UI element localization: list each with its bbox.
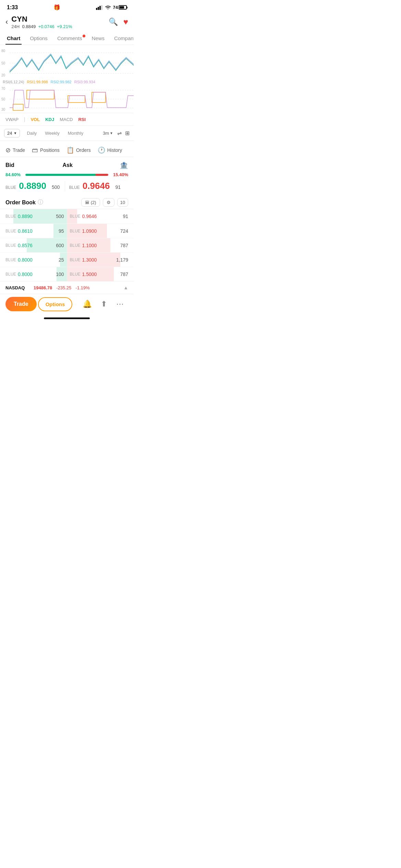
order-bid-0: BLUE 0.8890 500 xyxy=(0,209,67,224)
ask-label: Ask xyxy=(63,162,120,168)
main-chart[interactable]: 80 50 20 xyxy=(0,48,134,79)
options-button[interactable]: Options xyxy=(38,297,73,311)
svg-rect-13 xyxy=(92,92,106,103)
order-bid-4: BLUE 0.8000 100 xyxy=(0,267,67,281)
tab-news[interactable]: News xyxy=(90,33,106,45)
ob-bank-icon: 🏛 xyxy=(85,200,89,205)
share-icon[interactable]: ⬆ xyxy=(101,300,107,309)
order-bid-3: BLUE 0.8000 25 xyxy=(0,253,67,267)
positions-icon: 🗃 xyxy=(32,147,38,154)
ticker-price: 19486.78 xyxy=(34,285,52,290)
history-label: History xyxy=(107,147,122,153)
chart-y-labels: 80 50 20 xyxy=(1,48,5,79)
indicator-vwap[interactable]: VWAP xyxy=(5,117,19,122)
order-ask-3: BLUE 1.3000 1,179 xyxy=(67,253,134,267)
compare-icon[interactable]: ⇌ xyxy=(117,130,122,136)
order-ask-2: BLUE 1.1000 787 xyxy=(67,238,134,252)
notification-icon[interactable]: 🔔 xyxy=(83,300,92,309)
svg-rect-0 xyxy=(96,8,97,10)
stock-ticker: CYN xyxy=(11,15,72,24)
orders-label: Orders xyxy=(76,147,91,153)
search-icon[interactable]: 🔍 xyxy=(109,17,118,26)
action-history[interactable]: 🕐 History xyxy=(98,146,122,154)
bid-color-label: BLUE xyxy=(5,185,16,190)
home-indicator xyxy=(44,317,90,319)
bid-price: 0.8890 xyxy=(19,181,46,191)
layout-icon[interactable]: ⊞ xyxy=(125,130,130,136)
ask-qty: 91 xyxy=(115,184,121,190)
bid-ask-header: Bid Ask 🏦 xyxy=(0,157,134,171)
indicator-kdj[interactable]: KDJ xyxy=(45,117,54,122)
positions-label: Positions xyxy=(40,147,60,153)
tab-options[interactable]: Options xyxy=(28,33,49,45)
bid-label: Bid xyxy=(5,162,63,168)
back-button[interactable]: ‹ xyxy=(5,17,8,26)
bank-icon[interactable]: 🏦 xyxy=(120,161,128,169)
ticker-name: NASDAQ xyxy=(5,285,29,290)
indicator-rsi[interactable]: RSI xyxy=(78,117,86,122)
comments-badge xyxy=(83,35,85,37)
interval-dropdown-icon: ▼ xyxy=(110,131,113,135)
order-book-title: Order Book xyxy=(5,200,36,206)
action-positions[interactable]: 🗃 Positions xyxy=(32,146,60,154)
indicator-macd[interactable]: MACD xyxy=(60,117,73,122)
rsi-chart[interactable]: 70 50 30 xyxy=(0,85,134,113)
ob-num: 10 xyxy=(120,200,125,205)
history-icon: 🕐 xyxy=(98,146,105,154)
trade-button[interactable]: Trade xyxy=(5,297,37,311)
header-change: +0.0746 xyxy=(38,24,54,29)
rsi2-value: RSI2:99.982 xyxy=(51,80,72,84)
rsi1-value: RSI1:99.998 xyxy=(27,80,48,84)
ob-num-btn[interactable]: 10 xyxy=(117,198,128,207)
header-price: 0.8849 xyxy=(22,24,36,29)
order-row: BLUE 0.8576 600 BLUE 1.1000 787 xyxy=(0,238,134,252)
header-right: 🔍 ♥ xyxy=(109,17,128,27)
trade-icon: ⊘ xyxy=(5,146,11,154)
tf-daily[interactable]: Daily xyxy=(23,129,41,138)
rsi-name: RSI(6,12,24) xyxy=(3,80,24,84)
order-bid-2: BLUE 0.8576 600 xyxy=(0,238,67,252)
ticker-expand-icon[interactable]: ▲ xyxy=(123,285,128,290)
tab-company[interactable]: Company xyxy=(113,33,134,45)
header: ‹ CYN 24H 0.8849 +0.0746 +9.21% 🔍 ♥ xyxy=(0,13,134,33)
ticker-change: -235.25 xyxy=(56,285,71,290)
action-orders[interactable]: 📋 Orders xyxy=(66,146,91,154)
wifi-icon xyxy=(105,5,111,10)
order-row: BLUE 0.8000 100 BLUE 1.5000 787 xyxy=(0,267,134,281)
period-selector[interactable]: 24 ▼ xyxy=(4,129,20,137)
order-row: BLUE 0.8610 95 BLUE 1.0900 724 xyxy=(0,224,134,238)
battery-icon: 74 xyxy=(113,5,127,10)
indicator-vol[interactable]: VOL xyxy=(31,117,40,122)
ask-color-label: BLUE xyxy=(69,185,80,190)
svg-rect-3 xyxy=(101,5,102,10)
period-value: 24 xyxy=(7,131,12,136)
order-rows: BLUE 0.8890 500 BLUE 0.9646 91 BLUE 0.86… xyxy=(0,209,134,281)
rsi-labels: RSI(6,12,24) RSI1:99.998 RSI2:99.982 RSI… xyxy=(0,79,134,85)
status-time: 1:33 xyxy=(7,4,18,11)
trade-label: Trade xyxy=(13,147,25,153)
main-chart-svg xyxy=(10,48,134,79)
more-icon[interactable]: ⋯ xyxy=(116,300,124,309)
ask-pct: 15.40% xyxy=(110,172,128,177)
tab-comments[interactable]: Comments xyxy=(56,33,84,45)
tf-weekly[interactable]: Weekly xyxy=(41,129,63,138)
svg-rect-10 xyxy=(13,104,23,110)
tf-monthly[interactable]: Monthly xyxy=(64,129,88,138)
favorite-icon[interactable]: ♥ xyxy=(123,17,128,27)
ob-filter-btn[interactable]: ⚙ xyxy=(103,198,114,207)
bottom-nav: Trade Options 🔔 ⬆ ⋯ xyxy=(0,294,134,315)
nav-tabs: Chart Options Comments News Company xyxy=(0,33,134,45)
tab-chart[interactable]: Chart xyxy=(5,33,22,45)
rsi-chart-svg xyxy=(10,85,134,113)
action-trade[interactable]: ⊘ Trade xyxy=(5,146,25,154)
order-book-info-icon[interactable]: ⓘ xyxy=(38,199,43,206)
timeframe-row: 24 ▼ Daily Weekly Monthly 3m ▼ ⇌ ⊞ xyxy=(0,126,134,141)
order-row: BLUE 0.8890 500 BLUE 0.9646 91 xyxy=(0,209,134,224)
header-change-pct: +9.21% xyxy=(57,24,72,29)
bid-ask-bar xyxy=(25,174,108,176)
signal-icon xyxy=(96,5,103,10)
interval-btn[interactable]: 3m ▼ xyxy=(103,131,113,136)
ob-bank-btn[interactable]: 🏛 (2) xyxy=(81,198,100,207)
bid-qty: 500 xyxy=(52,184,60,190)
status-bar: 1:33 🎁 74 xyxy=(0,0,134,13)
